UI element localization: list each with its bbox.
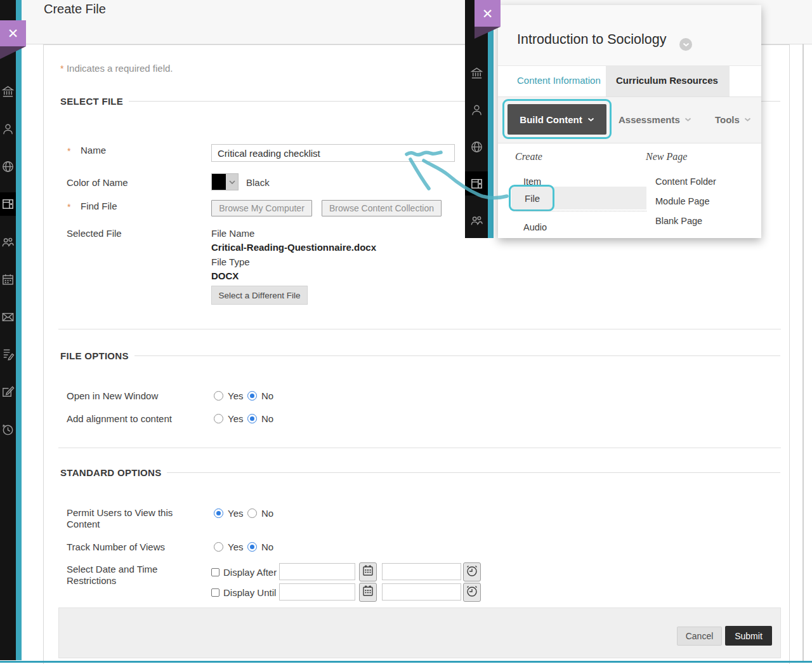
page-title: Create File — [44, 2, 106, 17]
file-type-value: DOCX — [211, 270, 239, 282]
teal-accent-stripe — [16, 0, 22, 660]
open-new-window-yes-radio[interactable] — [214, 391, 223, 401]
find-file-required-asterisk: * — [67, 202, 70, 212]
clock-icon — [466, 585, 478, 600]
section-rule — [134, 355, 780, 356]
open-new-window-no-radio[interactable] — [247, 391, 257, 401]
window-bottom-border — [0, 661, 812, 663]
section-rule — [167, 472, 780, 473]
display-until-checkbox[interactable] — [211, 588, 219, 597]
close-icon: ✕ — [482, 7, 494, 20]
assessments-menu[interactable]: Assessments — [619, 114, 691, 125]
highlight-file-item: File — [509, 185, 554, 211]
grades-icon[interactable] — [1, 385, 15, 399]
ribbon-fold — [0, 46, 26, 59]
courses-icon[interactable] — [1, 197, 15, 211]
color-dropdown[interactable] — [226, 174, 238, 190]
menu-divider — [514, 211, 646, 211]
color-picker[interactable] — [211, 173, 239, 190]
yes-label: Yes — [228, 413, 243, 425]
section-file-options: FILE OPTIONS — [60, 350, 129, 361]
track-views-yes-radio[interactable] — [214, 542, 223, 552]
display-after-time-input[interactable] — [382, 563, 461, 580]
selected-file-label: Selected File — [67, 228, 122, 239]
courses-icon — [469, 176, 484, 191]
yes-label: Yes — [228, 390, 243, 402]
footer-bar — [58, 608, 781, 658]
section-divider — [58, 448, 781, 448]
display-after-label: Display After — [223, 567, 277, 578]
color-of-name-label: Color of Name — [67, 177, 128, 189]
add-alignment-yes-radio[interactable] — [214, 414, 223, 423]
date-restrictions-label: Select Date and Time Restrictions — [67, 564, 167, 587]
menu-item-module-page[interactable]: Module Page — [655, 196, 709, 206]
name-input[interactable] — [211, 144, 455, 162]
institution-icon[interactable] — [1, 84, 15, 99]
course-title-chevron-icon[interactable] — [679, 38, 692, 51]
no-label: No — [261, 541, 273, 553]
section-divider — [58, 329, 781, 329]
yes-label: Yes — [228, 508, 243, 519]
globe-icon[interactable] — [1, 159, 15, 174]
profile-icon[interactable] — [1, 122, 15, 136]
messages-icon[interactable] — [1, 310, 15, 324]
calendar-icon — [362, 564, 374, 580]
course-overlay-panel: Introduction to Sociology Content Inform… — [498, 5, 761, 238]
display-after-clock-button[interactable] — [463, 562, 481, 581]
select-different-file-button[interactable]: Select a Different File — [211, 286, 308, 305]
required-field-note: * Indicates a required field. — [60, 63, 173, 74]
add-alignment-label: Add alignment to content — [67, 413, 172, 425]
permit-users-label: Permit Users to View this Content — [67, 507, 180, 530]
add-alignment-no-radio[interactable] — [247, 414, 257, 423]
create-menu-header: Create — [515, 151, 542, 163]
profile-icon — [469, 103, 484, 117]
tools-menu[interactable]: Tools — [715, 114, 751, 125]
browse-content-collection-button[interactable]: Browse Content Collection — [322, 200, 442, 216]
section-standard-options: STANDARD OPTIONS — [60, 467, 162, 478]
calendar-nav-icon[interactable] — [1, 272, 15, 287]
permit-users-no-radio[interactable] — [247, 508, 257, 518]
menu-item-content-folder[interactable]: Content Folder — [655, 176, 716, 187]
section-select-file: SELECT FILE — [60, 96, 123, 107]
file-name-value: Critical-Reading-Questionnaire.docx — [211, 242, 376, 253]
page-right-border — [802, 44, 804, 661]
cancel-button[interactable]: Cancel — [677, 627, 722, 646]
track-views-label: Track Number of Views — [67, 541, 165, 553]
history-icon[interactable] — [1, 422, 15, 437]
ribbon-fold — [475, 27, 501, 39]
close-panel-ribbon[interactable]: ✕ — [0, 20, 26, 46]
no-label: No — [261, 390, 273, 402]
open-new-window-label: Open in New Window — [67, 390, 158, 402]
display-until-time-input[interactable] — [382, 583, 461, 601]
display-until-label: Display Until — [223, 587, 276, 599]
name-label: Name — [81, 145, 106, 156]
organizations-icon[interactable] — [1, 235, 15, 249]
display-after-checkbox[interactable] — [211, 568, 219, 576]
new-page-menu-header: New Page — [646, 151, 687, 163]
color-swatch-black — [212, 174, 226, 190]
chevron-down-icon — [744, 117, 751, 122]
institution-icon — [469, 66, 484, 81]
tab-content-information[interactable]: Content Information — [517, 75, 601, 86]
display-until-clock-button[interactable] — [463, 583, 481, 602]
display-after-calendar-button[interactable] — [359, 562, 377, 581]
yes-label: Yes — [228, 541, 243, 553]
no-label: No — [261, 413, 273, 425]
no-label: No — [261, 508, 273, 519]
menu-item-blank-page[interactable]: Blank Page — [655, 216, 702, 226]
track-views-no-radio[interactable] — [247, 542, 257, 552]
overlay-close-ribbon[interactable]: ✕ — [475, 0, 501, 27]
submit-button[interactable]: Submit — [725, 626, 772, 646]
browse-my-computer-button[interactable]: Browse My Computer — [211, 200, 312, 216]
calendar-icon — [362, 585, 374, 600]
display-until-date-input[interactable] — [279, 583, 355, 601]
menu-item-audio[interactable]: Audio — [523, 222, 547, 232]
permit-users-yes-radio[interactable] — [214, 508, 223, 518]
display-until-calendar-button[interactable] — [359, 583, 377, 602]
clock-icon — [466, 564, 478, 580]
activity-stream-icon[interactable] — [1, 347, 15, 361]
display-after-date-input[interactable] — [279, 563, 355, 580]
menu-item-file[interactable]: File — [525, 193, 540, 204]
name-required-asterisk: * — [67, 146, 70, 156]
tab-curriculum-resources[interactable]: Curriculum Resources — [616, 75, 718, 86]
